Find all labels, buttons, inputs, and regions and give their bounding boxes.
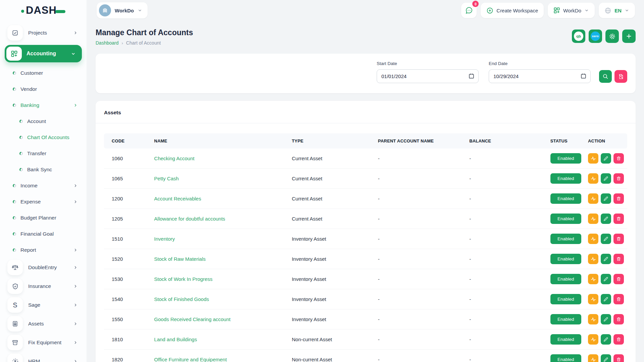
activity-button[interactable] [588,294,598,304]
account-name-link[interactable]: Allowance for doubtful accounts [154,216,225,222]
delete-button[interactable] [613,334,624,345]
account-name-link[interactable]: Goods Received Clearing account [154,316,231,322]
sidebar-item-doubleentry[interactable]: DoubleEntry [0,258,87,277]
account-name-link[interactable]: Office Furniture and Equipement [154,357,227,362]
sidebar-item-hrm[interactable]: HRM [0,352,87,362]
sidebar-item-label: Chart Of Accounts [27,134,78,140]
sidebar-item-chart-of-accounts[interactable]: Chart Of Accounts [0,129,87,145]
sidebar-item-banking[interactable]: Banking [0,97,87,113]
activity-button[interactable] [588,354,598,362]
edit-button[interactable] [601,214,611,224]
messages-button[interactable]: 0 [461,3,477,18]
status-badge[interactable]: Enabled [550,274,581,284]
edit-button[interactable] [601,193,611,204]
sidebar-item-report[interactable]: Report [0,242,87,258]
edit-button[interactable] [601,254,611,264]
activity-button[interactable] [588,254,598,264]
reset-filter-button[interactable] [614,70,627,83]
account-name-link[interactable]: Stock of Work In Progress [154,276,213,282]
delete-button[interactable] [613,354,624,362]
table-row: 1550Goods Received Clearing accountInven… [104,309,627,329]
status-badge[interactable]: Enabled [550,354,581,362]
end-date-input[interactable] [489,69,591,83]
activity-button[interactable] [588,234,598,244]
account-name-link[interactable]: Account Receivables [154,196,201,201]
sidebar-item-customer[interactable]: Customer [0,65,87,81]
sidebar-item-bank-sync[interactable]: Bank Sync [0,162,87,178]
create-workspace-button[interactable]: Create Workspace [481,3,544,18]
delete-button[interactable] [613,153,624,164]
account-balance: - [466,269,547,289]
table-header-row: CODE NAME TYPE PARENT ACCOUNT NAME BALAN… [104,133,627,148]
sidebar-item-insurance[interactable]: Insurance [0,277,87,296]
quickbooks-button[interactable]: qb [572,29,585,43]
delete-button[interactable] [613,254,624,264]
activity-button[interactable] [588,334,598,345]
sidebar-item-account[interactable]: Account [0,113,87,129]
status-badge[interactable]: Enabled [550,153,581,164]
edit-button[interactable] [601,334,611,345]
account-name-link[interactable]: Inventory [154,236,175,242]
activity-button[interactable] [588,314,598,324]
edit-button[interactable] [601,294,611,304]
sidebar-item-budget-planner[interactable]: Budget Planner [0,210,87,226]
status-badge[interactable]: Enabled [550,294,581,304]
dash-logo[interactable]: DASH [0,0,87,21]
status-badge[interactable]: Enabled [550,334,581,345]
delete-button[interactable] [613,294,624,304]
sidebar-item-accounting[interactable]: Accounting [5,45,82,62]
account-name-link[interactable]: Land and Buildings [154,337,197,342]
status-badge[interactable]: Enabled [550,193,581,204]
edit-button[interactable] [601,153,611,164]
sidebar-item-financial-goal[interactable]: Financial Goal [0,226,87,242]
delete-button[interactable] [613,214,624,224]
account-name-link[interactable]: Stock of Finished Goods [154,296,209,302]
settings-button[interactable] [605,29,619,43]
col-code: CODE [104,133,151,148]
status-badge[interactable]: Enabled [550,173,581,184]
account-name-link[interactable]: Stock of Raw Materials [154,256,206,262]
pencil-icon [603,216,608,221]
sidebar-item-expense[interactable]: Expense [0,194,87,210]
activity-button[interactable] [588,214,598,224]
account-name-link[interactable]: Petty Cash [154,176,179,181]
edit-button[interactable] [601,354,611,362]
sidebar-item-vendor[interactable]: Vendor [0,81,87,97]
sidebar-item-assets[interactable]: Assets [0,314,87,333]
delete-button[interactable] [613,193,624,204]
edit-button[interactable] [601,314,611,324]
start-date-input[interactable] [377,69,479,83]
edit-button[interactable] [601,234,611,244]
delete-button[interactable] [613,274,624,284]
status-badge[interactable]: Enabled [550,234,581,244]
delete-button[interactable] [613,173,624,184]
delete-button[interactable] [613,234,624,244]
activity-button[interactable] [588,274,598,284]
sidebar-item-fix-equipment[interactable]: Fix Equipment [0,333,87,352]
status-badge[interactable]: Enabled [550,314,581,324]
activity-button[interactable] [588,153,598,164]
sidebar-item-income[interactable]: Income [0,178,87,194]
language-dropdown[interactable]: EN [599,3,635,18]
sidebar-item-label: Accounting [26,51,71,57]
search-button[interactable] [599,70,612,83]
status-badge[interactable]: Enabled [550,254,581,264]
activity-button[interactable] [588,193,598,204]
add-account-button[interactable] [622,29,636,43]
edit-button[interactable] [601,173,611,184]
sidebar-item-projects[interactable]: Projects [0,23,87,42]
edit-button[interactable] [601,274,611,284]
delete-button[interactable] [613,314,624,324]
sidebar-item-label: Insurance [28,283,73,289]
activity-button[interactable] [588,173,598,184]
workspace-selector[interactable]: WorkDo [97,2,148,18]
app-menu-dropdown[interactable]: WorkDo [548,3,595,18]
account-name-link[interactable]: Checking Account [154,156,195,161]
status-badge[interactable]: Enabled [550,214,581,224]
messages-count-badge: 0 [472,1,479,7]
breadcrumb-dashboard-link[interactable]: Dashboard [96,40,119,46]
sidebar-item-sage[interactable]: SSage [0,296,87,314]
bullet-icon [13,200,16,203]
sidebar-item-transfer[interactable]: Transfer [0,145,87,162]
xero-button[interactable]: xero [589,29,602,43]
